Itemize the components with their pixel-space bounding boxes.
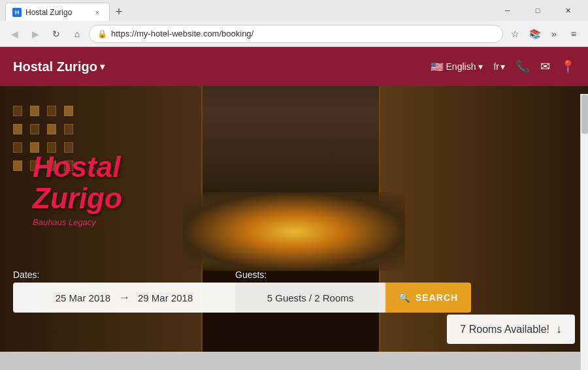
date-arrow-icon: → — [118, 291, 130, 305]
tab-favicon: H — [12, 8, 22, 17]
minimize-button[interactable]: ─ — [493, 0, 523, 21]
home-button[interactable]: ⌂ — [68, 25, 86, 43]
guests-input[interactable]: 5 Guests / 2 Rooms — [235, 283, 385, 313]
fr-label: fr — [493, 61, 499, 72]
forward-button[interactable]: ▶ — [26, 25, 44, 43]
email-icon[interactable]: ✉ — [540, 59, 550, 74]
close-button[interactable]: ✕ — [553, 0, 583, 21]
address-bar[interactable]: 🔒 https://my-hotel-website.com/booking/ — [89, 25, 503, 43]
dates-field: Dates: 25 Mar 2018 → 29 Mar 2018 — [13, 270, 235, 313]
hero-subtitle: Bauhaus Legacy — [33, 217, 122, 227]
browser-window: H Hostal Zurigo × + ─ □ ✕ ◀ ▶ ↻ ⌂ 🔒 http… — [0, 0, 588, 352]
language-caret-icon: ▾ — [478, 61, 483, 72]
refresh-button[interactable]: ↻ — [47, 25, 65, 43]
tab-area: H Hostal Zurigo × + — [5, 0, 490, 21]
booking-row: Dates: 25 Mar 2018 → 29 Mar 2018 Guests:… — [13, 270, 562, 313]
dates-label: Dates: — [13, 270, 235, 280]
flag-icon: 🇺🇸 — [431, 61, 444, 73]
logo-dropdown-icon: ▾ — [100, 61, 105, 72]
lock-icon: 🔒 — [97, 29, 107, 39]
site-logo[interactable]: Hostal Zurigo ▾ — [13, 59, 105, 74]
maximize-button[interactable]: □ — [523, 0, 553, 21]
window-controls: ─ □ ✕ — [493, 0, 583, 21]
guests-label: Guests: — [235, 270, 385, 280]
fr-language-selector[interactable]: fr ▾ — [493, 61, 505, 72]
new-tab-button[interactable]: + — [110, 3, 128, 21]
site-header: Hostal Zurigo ▾ 🇺🇸 English ▾ fr ▾ 📞 ✉ 📍 — [0, 47, 588, 86]
search-label: SEARCH — [416, 292, 458, 303]
dates-input[interactable]: 25 Mar 2018 → 29 Mar 2018 — [13, 283, 235, 313]
hero-section: Hostal Zurigo Bauhaus Legacy Dates: 25 M… — [0, 86, 588, 352]
menu-button[interactable]: ≡ — [564, 25, 583, 43]
bookmark-button[interactable]: ☆ — [506, 25, 524, 43]
guests-value: 5 Guests / 2 Rooms — [267, 292, 354, 303]
hero-heading: Hostal Zurigo — [33, 151, 122, 215]
date-from: 25 Mar 2018 — [56, 292, 110, 303]
title-bar: H Hostal Zurigo × + ─ □ ✕ — [0, 0, 588, 21]
url-text: https://my-hotel-website.com/booking/ — [111, 29, 253, 39]
more-button[interactable]: » — [545, 25, 563, 43]
fr-caret-icon: ▾ — [500, 61, 505, 72]
date-to: 29 Mar 2018 — [138, 292, 193, 303]
hero-title: Hostal Zurigo Bauhaus Legacy — [33, 151, 122, 227]
website-content: Hostal Zurigo ▾ 🇺🇸 English ▾ fr ▾ 📞 ✉ 📍 — [0, 47, 588, 352]
tab-close-button[interactable]: × — [92, 7, 103, 18]
scrollbar[interactable] — [580, 94, 588, 370]
location-icon[interactable]: 📍 — [561, 59, 575, 74]
scroll-thumb[interactable] — [581, 95, 588, 134]
guests-field: Guests: 5 Guests / 2 Rooms — [235, 270, 385, 313]
navigation-bar: ◀ ▶ ↻ ⌂ 🔒 https://my-hotel-website.com/b… — [0, 21, 588, 47]
language-label: English — [446, 61, 476, 72]
logo-text: Hostal Zurigo — [13, 59, 97, 74]
active-tab[interactable]: H Hostal Zurigo × — [5, 3, 110, 21]
right-nav-buttons: ☆ 📚 » ≡ — [506, 25, 583, 43]
tab-title: Hostal Zurigo — [25, 8, 72, 17]
search-icon: 🔍 — [399, 292, 410, 303]
booking-widget: Dates: 25 Mar 2018 → 29 Mar 2018 Guests:… — [0, 270, 575, 352]
header-right: 🇺🇸 English ▾ fr ▾ 📞 ✉ 📍 — [431, 59, 575, 74]
language-selector[interactable]: 🇺🇸 English ▾ — [431, 61, 483, 73]
sky-glow — [183, 193, 405, 271]
back-button[interactable]: ◀ — [5, 25, 24, 43]
search-button[interactable]: 🔍 SEARCH — [385, 283, 471, 313]
phone-icon[interactable]: 📞 — [515, 59, 530, 74]
reading-list-icon[interactable]: 📚 — [525, 25, 544, 43]
